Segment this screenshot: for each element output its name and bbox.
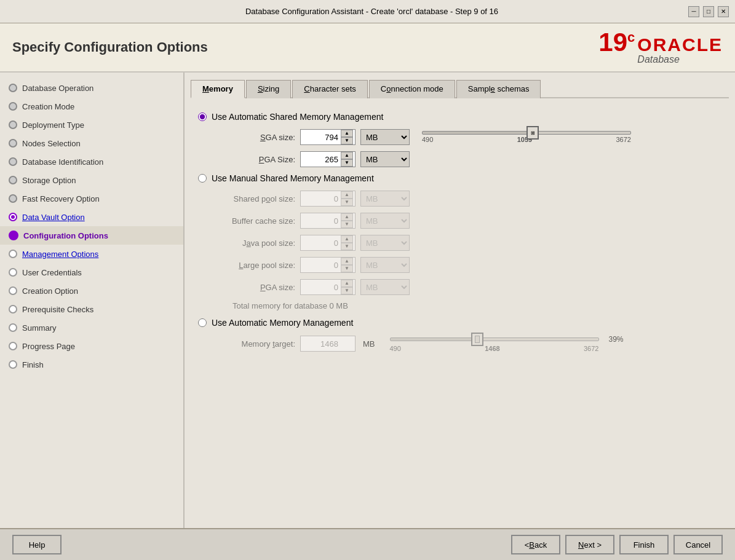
tab-sample-schemas[interactable]: Sample schemas	[456, 80, 541, 98]
memory-target-spinner	[300, 336, 356, 352]
sidebar-item-storage-option[interactable]: Storage Option	[0, 171, 183, 189]
back-button[interactable]: < Back	[511, 535, 560, 554]
large-pool-unit: MB	[360, 257, 410, 273]
buffer-cache-unit: MB	[360, 213, 410, 229]
step-dot-9	[9, 231, 18, 240]
auto-shared-radio[interactable]	[198, 112, 207, 121]
sidebar-item-database-identification[interactable]: Database Identification	[0, 152, 183, 171]
sga-down-btn[interactable]: ▼	[341, 137, 353, 144]
tabs-bar: Memory Sizing Character sets Connection …	[191, 79, 729, 98]
sidebar-item-finish[interactable]: Finish	[0, 355, 183, 374]
java-pool-row: Java pool size: ▲ ▼ MB	[215, 235, 721, 251]
title-bar: Database Configuration Assistant - Creat…	[0, 0, 735, 23]
buffer-cache-label: Buffer cache size:	[215, 216, 295, 226]
shared-pool-unit: MB	[360, 191, 410, 207]
sidebar-item-database-operation[interactable]: Database Operation	[0, 79, 183, 97]
large-pool-row: Large pool size: ▲ ▼ MB	[215, 257, 721, 273]
sidebar-item-data-vault[interactable]: Data Vault Option	[0, 208, 183, 226]
page-title: Specify Configuration Options	[12, 39, 208, 55]
cancel-button[interactable]: Cancel	[673, 535, 723, 554]
pga-spinner[interactable]: ▲ ▼	[300, 151, 356, 167]
sidebar-item-deployment-type[interactable]: Deployment Type	[0, 116, 183, 134]
auto-shared-label[interactable]: Use Automatic Shared Memory Management	[212, 112, 383, 122]
sidebar-item-management-options[interactable]: Management Options	[0, 245, 183, 263]
sga-track: ⊠	[422, 131, 631, 135]
maximize-button[interactable]: □	[703, 6, 714, 17]
shared-pool-input	[301, 191, 341, 206]
amm-pct-label: 39%	[609, 335, 624, 344]
sidebar-item-configuration-options[interactable]: Configuration Options	[0, 226, 183, 245]
large-pool-input	[301, 258, 341, 272]
content-area: Memory Sizing Character sets Connection …	[185, 73, 735, 528]
sga-unit-select[interactable]: MB GB	[360, 129, 410, 145]
sga-input[interactable]	[301, 130, 341, 144]
step-dot-8	[9, 213, 17, 221]
sga-thumb[interactable]: ⊠	[526, 126, 539, 140]
sga-up-btn[interactable]: ▲	[341, 130, 353, 137]
buffer-cache-row: Buffer cache size: ▲ ▼ MB	[215, 213, 721, 229]
help-button[interactable]: Help	[12, 535, 62, 554]
close-button[interactable]: ✕	[718, 6, 729, 17]
manual-fields-group: Shared pool size: ▲ ▼ MB	[215, 191, 721, 310]
pga-spin-btns: ▲ ▼	[341, 152, 353, 167]
auto-memory-fields: Memory target: MB	[215, 335, 721, 352]
oracle-db-label: Database	[637, 54, 680, 65]
memory-target-row: Memory target: MB	[215, 335, 721, 352]
sidebar-item-fast-recovery[interactable]: Fast Recovery Option	[0, 189, 183, 208]
auto-memory-label[interactable]: Use Automatic Memory Management	[212, 318, 353, 328]
sidebar-item-nodes-selection[interactable]: Nodes Selection	[0, 134, 183, 152]
minimize-button[interactable]: ─	[688, 6, 699, 17]
sidebar-item-prerequisite-checks[interactable]: Prerequisite Checks	[0, 300, 183, 318]
oracle-version: 19c	[598, 30, 635, 55]
auto-memory-radio[interactable]	[198, 318, 207, 327]
sga-label: SGA size:	[215, 133, 295, 142]
sga-spinner[interactable]: ▲ ▼	[300, 129, 356, 145]
memory-tab-content: Use Automatic Shared Memory Management S…	[191, 106, 729, 365]
buffer-cache-spinner: ▲ ▼	[300, 213, 356, 229]
pga-manual-spin-btns: ▲ ▼	[341, 280, 353, 294]
step-dot-15	[9, 342, 17, 350]
step-dot-11	[9, 268, 17, 277]
step-dot-1	[9, 84, 17, 92]
sidebar-item-creation-mode[interactable]: Creation Mode	[0, 97, 183, 116]
sidebar: Database Operation Creation Mode Deploym…	[0, 73, 185, 528]
tab-sizing[interactable]: Sizing	[246, 80, 291, 98]
oracle-logo: 19c ORACLE Database	[598, 30, 723, 65]
large-pool-label: Large pool size:	[215, 261, 295, 270]
tab-memory[interactable]: Memory	[191, 80, 245, 98]
pga-input[interactable]	[301, 152, 341, 167]
oracle-brand-text: ORACLE Database	[637, 36, 723, 65]
pga-unit-select[interactable]: MB GB	[360, 151, 410, 167]
pga-up-btn[interactable]: ▲	[341, 152, 353, 159]
shared-pool-spin-btns: ▲ ▼	[341, 191, 353, 206]
sidebar-item-progress-page[interactable]: Progress Page	[0, 337, 183, 355]
tab-connection-mode[interactable]: Connection mode	[369, 80, 455, 98]
large-pool-spin-btns: ▲ ▼	[341, 258, 353, 272]
next-button[interactable]: Next >	[565, 535, 614, 554]
oracle-name: ORACLE	[637, 36, 723, 54]
amm-track	[390, 337, 599, 341]
total-memory-row: Total memory for database 0 MB	[232, 301, 721, 310]
bottom-bar: Help < Back Next > Finish Cancel	[0, 528, 735, 560]
manual-shared-label[interactable]: Use Manual Shared Memory Management	[212, 173, 374, 183]
manual-shared-radio[interactable]	[198, 174, 207, 183]
memory-target-unit: MB	[363, 339, 375, 349]
finish-button[interactable]: Finish	[619, 535, 669, 554]
sga-slider-area: ⊠ 490 1059 3672	[422, 131, 631, 143]
step-dot-16	[9, 360, 17, 369]
auto-memory-row: Use Automatic Memory Management	[198, 318, 721, 328]
sidebar-item-summary[interactable]: Summary	[0, 318, 183, 337]
amm-thumb	[471, 333, 483, 346]
buffer-cache-input	[301, 213, 341, 228]
amm-slider-area: 39% 490 1468 3672	[390, 335, 624, 352]
step-dot-13	[9, 305, 17, 314]
pga-down-btn[interactable]: ▼	[341, 159, 353, 167]
memory-target-input	[301, 336, 341, 351]
app-header: Specify Configuration Options 19c ORACLE…	[0, 23, 735, 73]
java-pool-spin-btns: ▲ ▼	[341, 235, 353, 250]
sidebar-item-creation-option[interactable]: Creation Option	[0, 282, 183, 300]
sidebar-item-user-credentials[interactable]: User Credentials	[0, 263, 183, 282]
shared-pool-row: Shared pool size: ▲ ▼ MB	[215, 191, 721, 207]
amm-slider-labels: 490 1468 3672	[390, 345, 599, 352]
tab-character-sets[interactable]: Character sets	[292, 80, 368, 98]
